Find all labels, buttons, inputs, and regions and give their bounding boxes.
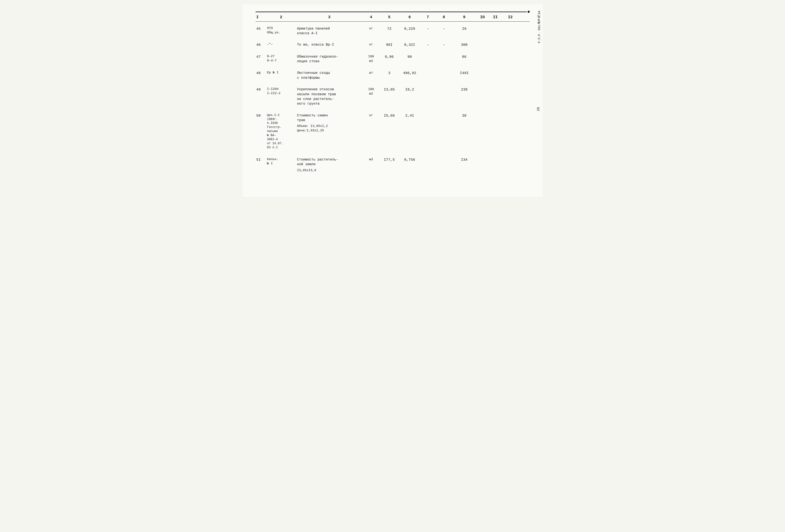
row-45-col10 (476, 26, 489, 27)
row-46-col6: 0,32I (399, 42, 421, 48)
top-line-bar (255, 11, 527, 12)
row-49-col6: I8,2 (399, 87, 421, 93)
row-45-col8: – (435, 26, 453, 32)
row-50-col6: 2,4I (399, 113, 421, 119)
row-47-unit: I00 м2 (363, 54, 380, 64)
row-49-col12 (502, 87, 519, 87)
header-row: I 2 3 4 5 6 7 8 9 IO II I2 (255, 15, 530, 22)
row-45-ref: ПТП Общ.ук. (266, 26, 296, 35)
top-border-line (255, 11, 530, 13)
row-48-ref: Ер № I (266, 70, 296, 75)
row-51-col5: I77,5 (380, 157, 399, 163)
row-49-desc: Укрепление откосов насыпи посевом трав н… (296, 87, 363, 107)
header-col-12: I2 (502, 15, 519, 20)
row-49-col11 (489, 87, 502, 87)
row-47-col8 (435, 54, 453, 55)
header-col-11: II (489, 15, 502, 20)
row-49-col10 (476, 87, 489, 87)
header-col-6: 6 (399, 15, 421, 20)
row-45-col11 (489, 26, 502, 27)
table-row: 49 I–I204 I–I22–2 Укрепление откосов нас… (255, 84, 530, 108)
row-50-desc-main: Стоимость семян трав (297, 113, 362, 123)
row-45-col7: – (421, 26, 435, 32)
row-47-ref: 8–27 8–4–7 (266, 54, 296, 63)
row-51-col9: I34 (453, 157, 476, 163)
row-50-unit: кг (363, 113, 380, 118)
row-48-unit: шт (363, 70, 380, 76)
header-col-8: 8 (435, 15, 453, 20)
header-col-7: 7 (421, 15, 435, 20)
row-47-col11 (489, 54, 502, 55)
row-51-desc-main: Стоимость раститель- ной земли (297, 157, 362, 167)
row-51-num: 5I (255, 157, 266, 163)
header-col-1: I (255, 15, 266, 20)
row-46-col12 (502, 42, 519, 43)
row-46-col8: – (435, 42, 453, 48)
row-50-col5: I5,66 (380, 113, 399, 119)
row-47-num: 47 (255, 54, 266, 60)
row-46-col10 (476, 42, 489, 43)
table-row: 48 Ер № I Лестничные сходы с платформы ш… (255, 67, 530, 82)
row-51-col12 (502, 157, 519, 158)
row-49-num: 49 (255, 87, 266, 93)
row-47-col12 (502, 54, 519, 55)
row-45-col5: 72 (380, 26, 399, 32)
row-47-col5: 0,96 (380, 54, 399, 60)
table-wrapper: А.л.У Р.П.Р. 501-07-5.84 26 I 2 3 4 5 6 … (255, 11, 530, 175)
row-50-col7 (421, 113, 435, 114)
top-line-dot (528, 11, 530, 13)
row-46-col5: 96I (380, 42, 399, 48)
table-row: 50 Цен.I–I 1969г. п.I036 Госсстр. письмо… (255, 110, 530, 151)
row-49-unit: I00 м2 (363, 87, 380, 97)
row-48-col6: 496,92 (399, 70, 421, 76)
page-container: А.л.У Р.П.Р. 501-07-5.84 26 I 2 3 4 5 6 … (243, 4, 542, 197)
row-45-col6: 0,229 (399, 26, 421, 32)
row-50-col12 (502, 113, 519, 114)
row-50-desc-sub2: Цена:I,93хI,25 (297, 128, 362, 133)
row-49-col8 (435, 87, 453, 87)
row-50-ref: Цен.I–I 1969г. п.I036 Госсстр. письмо № … (266, 113, 296, 150)
header-col-9: 9 (453, 15, 476, 20)
row-51-col8 (435, 157, 453, 158)
row-51-ref: Кальк. № I (266, 157, 296, 166)
row-51-desc-sub1: I3,05хI3,6 (297, 168, 362, 173)
data-table: 45 ПТП Общ.ук. Арматура панелей класса А… (255, 23, 530, 175)
row-45-num: 45 (255, 26, 266, 32)
row-47-desc: Обмазочная гидроизо- ляция стоек (296, 54, 363, 64)
row-49-col5: I3,05 (380, 87, 399, 93)
header-col-10: IO (476, 15, 489, 20)
row-48-col8 (435, 70, 453, 71)
row-51-col7 (421, 157, 435, 158)
row-49-ref: I–I204 I–I22–2 (266, 87, 296, 96)
row-46-desc: То же, класса Вр-I (296, 42, 363, 48)
row-46-num: 46 (255, 42, 266, 48)
row-51-desc: Стоимость раститель- ной земли I3,05хI3,… (296, 157, 363, 173)
row-48-col10 (476, 70, 489, 71)
margin-page-num: 26 (536, 107, 540, 111)
row-45-unit: кг (363, 26, 380, 31)
row-48-col9: I49I (453, 70, 476, 76)
table-row: 47 8–27 8–4–7 Обмазочная гидроизо- ляция… (255, 51, 530, 66)
row-45-col9: I6 (453, 26, 476, 32)
row-46-ref: –"– (266, 42, 296, 47)
row-48-num: 48 (255, 70, 266, 76)
table-row: 5I Кальк. № I Стоимость раститель- ной з… (255, 153, 530, 175)
row-50-col11 (489, 113, 502, 114)
row-50-num: 50 (255, 113, 266, 119)
row-51-col6: 0,756 (399, 157, 421, 163)
row-45-desc: Арматура панелей класса А-I (296, 26, 363, 36)
row-49-col7 (421, 87, 435, 87)
row-46-col7: – (421, 42, 435, 48)
row-46-unit: кг (363, 42, 380, 47)
row-51-col10 (476, 157, 489, 158)
header-col-3: 3 (296, 15, 363, 20)
margin-text-middle: Р.П.Р. 501-07-5.84 (537, 11, 541, 43)
row-48-col12 (502, 70, 519, 71)
row-47-col6: 90 (399, 54, 421, 60)
header-col-4: 4 (363, 15, 380, 20)
row-45-col12 (502, 26, 519, 27)
row-51-col11 (489, 157, 502, 158)
row-50-desc: Стоимость семян трав Объем: I3,05хI,2 Це… (296, 113, 363, 134)
row-50-col10 (476, 113, 489, 114)
row-50-desc-sub1: Объем: I3,05хI,2 (297, 124, 362, 128)
